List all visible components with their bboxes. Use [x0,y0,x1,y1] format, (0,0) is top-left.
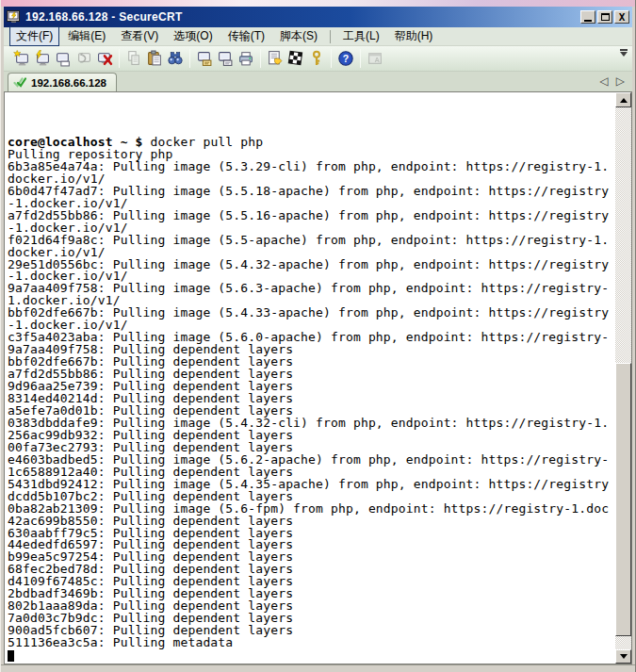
toolbar-separator [119,49,120,68]
connect-button[interactable] [11,48,32,69]
minimize-icon [584,20,592,22]
paste-button[interactable] [144,48,165,69]
help-button[interactable]: ? [335,48,356,69]
securecrt-window: 192.168.66.128 - SecureCRT X 文件(F)编辑(E)查… [0,0,636,672]
find-icon [167,50,184,67]
terminal-line: 511136ea3c5a: Pulling metadata [8,637,615,649]
raw-log-session-button[interactable] [215,48,236,69]
key-icon [308,50,325,67]
window-bottom-edge [1,664,635,672]
paste-icon [146,50,163,67]
log-session-button[interactable] [194,48,215,69]
session-locked-button[interactable]: A [365,48,385,69]
maximize-icon [601,13,610,21]
terminal-cursor-line [8,649,615,662]
connect-in-tab-icon [55,50,72,67]
quick-connect-button[interactable] [32,48,53,69]
copy-button[interactable] [123,48,144,69]
menu-item-3[interactable]: 查看(V) [114,26,165,46]
toolbar-separator [360,49,361,68]
menu-item-1[interactable]: 文件(F) [9,26,59,46]
help-icon: ? [337,50,354,67]
toolbar-overflow-button[interactable] [617,49,630,57]
svg-text:A: A [374,56,380,64]
reconnect-button[interactable] [73,48,94,69]
toolbar-separator [331,49,332,68]
terminal-content[interactable]: core@localhost ~ $ docker pull php Pulli… [5,92,615,664]
menu-bar: 文件(F)编辑(E)查看(V)选项(O)传输(T)脚本(S)工具(L)帮助(H) [4,27,632,46]
menu-item-8[interactable]: 帮助(H) [388,26,440,46]
tab-scroll-left-button[interactable]: ◁ [600,74,609,88]
log-session-icon [196,50,213,67]
window-top-edge [1,0,635,7]
connect-in-tab-button[interactable] [53,48,73,69]
terminal-pane[interactable]: core@localhost ~ $ docker pull php Pulli… [4,91,632,664]
menu-item-2[interactable]: 编辑(E) [61,26,112,46]
global-options-button[interactable] [285,48,306,69]
title-bar[interactable]: 192.168.66.128 - SecureCRT X [4,7,632,27]
tab-bar: 192.168.66.128 ◁ ▷ [4,72,632,91]
toolbar-overflow-icon [620,49,628,51]
close-icon: X [619,12,626,23]
maximize-button[interactable] [597,10,612,24]
print-button[interactable] [236,48,256,69]
close-button[interactable]: X [614,10,629,24]
chevron-down-icon [620,52,628,57]
arrow-down-icon [620,654,628,659]
menu-item-6[interactable]: 脚本(S) [273,26,324,46]
menu-separator [330,30,331,43]
session-options-icon [267,50,284,67]
find-button[interactable] [165,48,186,69]
arrow-up-icon [620,98,628,103]
scrollbar-thumb[interactable] [615,363,631,636]
global-options-icon [287,50,304,67]
svg-text:?: ? [343,53,349,64]
session-options-button[interactable] [265,48,285,69]
session-locked-icon: A [367,50,383,67]
toolbar-separator [260,49,261,68]
window-title: 192.168.66.128 - SecureCRT [25,10,580,24]
disconnect-button[interactable] [94,48,115,69]
connect-icon [13,50,30,67]
terminal-output: Pulling repository php6b3a85e4a74a: Pull… [8,149,615,649]
scroll-down-button[interactable] [615,649,631,664]
raw-log-session-icon [217,50,234,67]
terminal-cursor [8,650,14,662]
menu-item-7[interactable]: 工具(L) [336,26,386,46]
toolbar: ? A [4,46,632,72]
minimize-button[interactable] [580,10,595,24]
copy-icon [125,50,142,67]
manage-keys-button[interactable] [306,48,327,69]
toolbar-separator [189,49,190,68]
app-icon [7,9,22,25]
menu-item-4[interactable]: 选项(O) [167,26,219,46]
scroll-up-button[interactable] [615,92,631,107]
menu-item-5[interactable]: 传输(T) [221,26,271,46]
connected-check-icon [13,76,27,89]
print-icon [237,50,254,67]
vertical-scrollbar[interactable] [615,92,631,664]
tab-scroll-right-button[interactable]: ▷ [616,74,625,88]
session-tab[interactable]: 192.168.66.128 [8,73,117,91]
session-tab-label: 192.168.66.128 [31,77,106,89]
reconnect-icon [75,50,92,67]
disconnect-icon [96,50,113,67]
quick-connect-icon [34,50,51,67]
